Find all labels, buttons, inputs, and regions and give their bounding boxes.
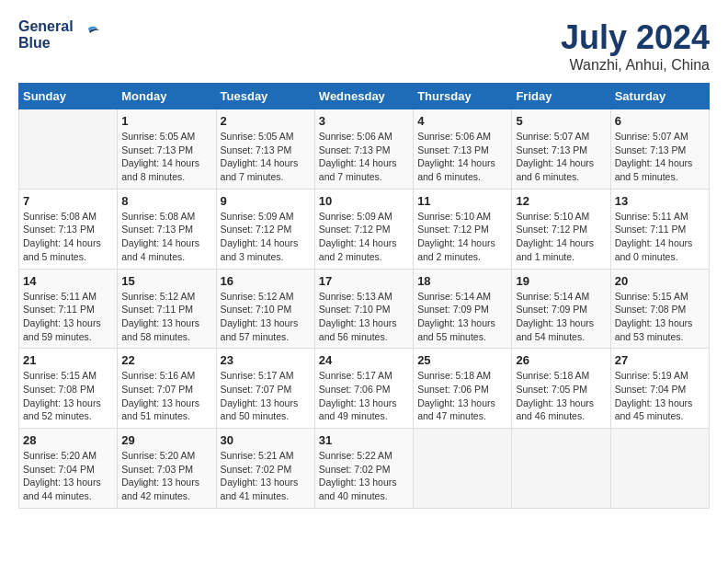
calendar-cell: 26 Sunrise: 5:18 AMSunset: 7:05 PMDaylig…: [512, 349, 610, 429]
day-number: 3: [319, 114, 409, 128]
day-number: 26: [516, 353, 606, 367]
day-number: 29: [121, 433, 211, 447]
day-number: 25: [417, 353, 507, 367]
day-info: Sunrise: 5:15 AMSunset: 7:08 PMDaylight:…: [615, 291, 693, 342]
day-info: Sunrise: 5:07 AMSunset: 7:13 PMDaylight:…: [516, 131, 594, 182]
calendar-cell: 1 Sunrise: 5:05 AMSunset: 7:13 PMDayligh…: [118, 109, 216, 190]
day-number: 12: [516, 194, 606, 208]
day-info: Sunrise: 5:07 AMSunset: 7:13 PMDaylight:…: [615, 131, 693, 182]
day-number: 18: [417, 274, 507, 288]
day-info: Sunrise: 5:15 AMSunset: 7:08 PMDaylight:…: [23, 370, 101, 421]
day-info: Sunrise: 5:12 AMSunset: 7:10 PMDaylight:…: [221, 291, 299, 342]
calendar-cell: 13 Sunrise: 5:11 AMSunset: 7:11 PMDaylig…: [610, 189, 709, 269]
main-title: July 2024: [561, 18, 710, 57]
calendar-table: SundayMondayTuesdayWednesdayThursdayFrid…: [18, 83, 710, 509]
calendar-cell: 4 Sunrise: 5:06 AMSunset: 7:13 PMDayligh…: [414, 109, 512, 190]
calendar-cell: 16 Sunrise: 5:12 AMSunset: 7:10 PMDaylig…: [216, 269, 314, 349]
calendar-cell: 7 Sunrise: 5:08 AMSunset: 7:13 PMDayligh…: [19, 189, 118, 269]
calendar-week-row: 21 Sunrise: 5:15 AMSunset: 7:08 PMDaylig…: [19, 349, 710, 429]
calendar-cell: 17 Sunrise: 5:13 AMSunset: 7:10 PMDaylig…: [314, 269, 413, 349]
calendar-cell: 5 Sunrise: 5:07 AMSunset: 7:13 PMDayligh…: [512, 109, 610, 190]
day-info: Sunrise: 5:09 AMSunset: 7:12 PMDaylight:…: [319, 211, 397, 262]
day-number: 27: [615, 353, 705, 367]
calendar-cell: 24 Sunrise: 5:17 AMSunset: 7:06 PMDaylig…: [314, 349, 413, 429]
weekday-header: Thursday: [414, 84, 512, 109]
calendar-cell: 21 Sunrise: 5:15 AMSunset: 7:08 PMDaylig…: [19, 349, 118, 429]
calendar-cell: [19, 109, 118, 190]
calendar-week-row: 28 Sunrise: 5:20 AMSunset: 7:04 PMDaylig…: [19, 429, 710, 509]
day-info: Sunrise: 5:08 AMSunset: 7:13 PMDaylight:…: [23, 211, 101, 262]
day-info: Sunrise: 5:10 AMSunset: 7:12 PMDaylight:…: [417, 211, 495, 262]
weekday-header: Wednesday: [314, 84, 413, 109]
day-number: 21: [23, 353, 113, 367]
day-info: Sunrise: 5:06 AMSunset: 7:13 PMDaylight:…: [417, 131, 495, 182]
day-number: 15: [121, 274, 211, 288]
day-info: Sunrise: 5:13 AMSunset: 7:10 PMDaylight:…: [319, 291, 397, 342]
day-info: Sunrise: 5:14 AMSunset: 7:09 PMDaylight:…: [516, 291, 594, 342]
day-info: Sunrise: 5:06 AMSunset: 7:13 PMDaylight:…: [319, 131, 397, 182]
day-number: 20: [615, 274, 705, 288]
day-number: 19: [516, 274, 606, 288]
logo-general: General: [18, 18, 74, 35]
day-info: Sunrise: 5:14 AMSunset: 7:09 PMDaylight:…: [417, 291, 495, 342]
day-number: 28: [23, 433, 113, 447]
day-number: 4: [417, 114, 507, 128]
day-info: Sunrise: 5:22 AMSunset: 7:02 PMDaylight:…: [319, 450, 397, 501]
day-info: Sunrise: 5:16 AMSunset: 7:07 PMDaylight:…: [121, 370, 199, 421]
day-number: 1: [121, 114, 211, 128]
calendar-cell: 15 Sunrise: 5:12 AMSunset: 7:11 PMDaylig…: [118, 269, 216, 349]
day-info: Sunrise: 5:05 AMSunset: 7:13 PMDaylight:…: [121, 131, 199, 182]
calendar-cell: 12 Sunrise: 5:10 AMSunset: 7:12 PMDaylig…: [512, 189, 610, 269]
day-info: Sunrise: 5:08 AMSunset: 7:13 PMDaylight:…: [121, 211, 199, 262]
day-number: 2: [221, 114, 311, 128]
calendar-cell: 20 Sunrise: 5:15 AMSunset: 7:08 PMDaylig…: [610, 269, 709, 349]
weekday-header: Sunday: [19, 84, 118, 109]
calendar-cell: [610, 429, 709, 509]
weekday-header: Saturday: [610, 84, 709, 109]
day-number: 5: [516, 114, 606, 128]
calendar-cell: 30 Sunrise: 5:21 AMSunset: 7:02 PMDaylig…: [216, 429, 314, 509]
day-info: Sunrise: 5:10 AMSunset: 7:12 PMDaylight:…: [516, 211, 594, 262]
calendar-cell: 18 Sunrise: 5:14 AMSunset: 7:09 PMDaylig…: [414, 269, 512, 349]
day-info: Sunrise: 5:20 AMSunset: 7:03 PMDaylight:…: [121, 450, 199, 501]
day-number: 23: [221, 353, 311, 367]
weekday-header: Monday: [118, 84, 216, 109]
day-info: Sunrise: 5:12 AMSunset: 7:11 PMDaylight:…: [121, 291, 199, 342]
logo-bird-icon: [75, 19, 101, 45]
weekday-header: Friday: [512, 84, 610, 109]
day-info: Sunrise: 5:17 AMSunset: 7:06 PMDaylight:…: [319, 370, 397, 421]
day-number: 22: [121, 353, 211, 367]
calendar-cell: 2 Sunrise: 5:05 AMSunset: 7:13 PMDayligh…: [216, 109, 314, 190]
calendar-cell: 10 Sunrise: 5:09 AMSunset: 7:12 PMDaylig…: [314, 189, 413, 269]
calendar-cell: 22 Sunrise: 5:16 AMSunset: 7:07 PMDaylig…: [118, 349, 216, 429]
calendar-cell: 29 Sunrise: 5:20 AMSunset: 7:03 PMDaylig…: [118, 429, 216, 509]
logo-brand: General Blue: [18, 18, 101, 52]
day-number: 17: [319, 274, 409, 288]
day-info: Sunrise: 5:19 AMSunset: 7:04 PMDaylight:…: [615, 370, 693, 421]
calendar-cell: 31 Sunrise: 5:22 AMSunset: 7:02 PMDaylig…: [314, 429, 413, 509]
day-number: 16: [221, 274, 311, 288]
title-block: July 2024 Wanzhi, Anhui, China: [561, 18, 710, 74]
day-info: Sunrise: 5:21 AMSunset: 7:02 PMDaylight:…: [221, 450, 299, 501]
day-info: Sunrise: 5:20 AMSunset: 7:04 PMDaylight:…: [23, 450, 101, 501]
calendar-cell: [414, 429, 512, 509]
day-number: 9: [221, 194, 311, 208]
day-number: 10: [319, 194, 409, 208]
calendar-cell: 8 Sunrise: 5:08 AMSunset: 7:13 PMDayligh…: [118, 189, 216, 269]
logo-text-block: General Blue: [18, 18, 74, 52]
page-header: General Blue July 2024 Wanzhi, Anhui, Ch…: [18, 18, 710, 74]
calendar-cell: 3 Sunrise: 5:06 AMSunset: 7:13 PMDayligh…: [314, 109, 413, 190]
day-info: Sunrise: 5:05 AMSunset: 7:13 PMDaylight:…: [221, 131, 299, 182]
day-info: Sunrise: 5:11 AMSunset: 7:11 PMDaylight:…: [615, 211, 693, 262]
calendar-header-row: SundayMondayTuesdayWednesdayThursdayFrid…: [19, 84, 710, 109]
calendar-cell: 25 Sunrise: 5:18 AMSunset: 7:06 PMDaylig…: [414, 349, 512, 429]
day-number: 30: [221, 433, 311, 447]
calendar-cell: 28 Sunrise: 5:20 AMSunset: 7:04 PMDaylig…: [19, 429, 118, 509]
calendar-cell: 6 Sunrise: 5:07 AMSunset: 7:13 PMDayligh…: [610, 109, 709, 190]
day-number: 7: [23, 194, 113, 208]
day-number: 13: [615, 194, 705, 208]
weekday-header: Tuesday: [216, 84, 314, 109]
subtitle: Wanzhi, Anhui, China: [561, 57, 710, 74]
day-info: Sunrise: 5:18 AMSunset: 7:05 PMDaylight:…: [516, 370, 594, 421]
calendar-week-row: 14 Sunrise: 5:11 AMSunset: 7:11 PMDaylig…: [19, 269, 710, 349]
